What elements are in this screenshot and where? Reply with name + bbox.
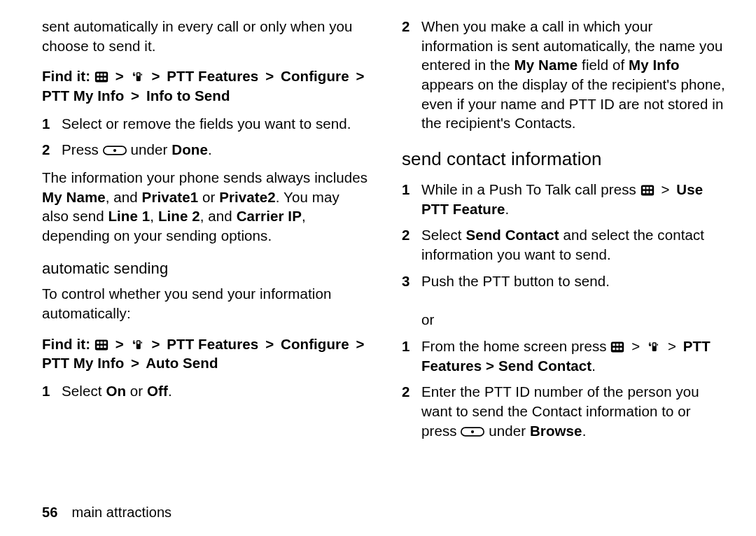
grid-icon: [94, 339, 108, 351]
step-body: Select or remove the fields you want to …: [62, 114, 368, 134]
auto-intro-paragraph: To control whether you send your informa…: [42, 284, 368, 323]
step-item: 1 From the home screen press > > PTT Fea…: [402, 337, 728, 375]
step-body: From the home screen press > > PTT Featu…: [421, 337, 728, 375]
page-number: 56: [42, 503, 57, 522]
intro-paragraph: sent automatically in every call or only…: [42, 17, 368, 55]
steps-list-1: 1 Select or remove the fields you want t…: [42, 114, 368, 160]
section-heading-send-contact-information: send contact information: [402, 147, 728, 171]
step-number: 2: [402, 17, 421, 133]
step-body: When you make a call in which your infor…: [421, 17, 728, 133]
step-body: Select On or Off.: [62, 381, 368, 401]
grid-icon: [610, 341, 624, 353]
step-item: 2 Press under Done.: [42, 140, 368, 160]
step-item: 1 Select or remove the fields you want t…: [42, 114, 368, 134]
step-number: 1: [402, 180, 421, 218]
step-item: 1 While in a Push To Talk call press > U…: [402, 180, 728, 218]
softkey-icon: [103, 145, 127, 156]
step-body: Push the PTT button to send.or: [421, 271, 728, 330]
page: sent automatically in every call or only…: [0, 0, 756, 536]
ptt-phone-icon: [131, 71, 145, 83]
info-paragraph: The information your phone sends always …: [42, 168, 368, 246]
steps-list-3: 2 When you make a call in which your inf…: [402, 17, 728, 133]
step-number: 3: [402, 271, 421, 330]
step-number: 1: [42, 114, 62, 134]
find-it-path-2: Find it: > > PTT Features > Configure > …: [42, 334, 368, 373]
step-number: 2: [402, 382, 421, 440]
steps-list-2: 1 Select On or Off.: [42, 381, 368, 401]
page-section-title: main attractions: [71, 503, 172, 522]
step-body: Select Send Contact and select the conta…: [421, 225, 728, 264]
softkey-icon: [461, 426, 484, 437]
step-item: 2 Enter the PTT ID number of the person …: [402, 382, 728, 440]
grid-icon: [640, 184, 654, 197]
step-body: Press under Done.: [62, 140, 368, 160]
right-column: 2 When you make a call in which your inf…: [402, 17, 728, 536]
step-item: 2 Select Send Contact and select the con…: [402, 225, 728, 264]
step-number: 2: [42, 140, 62, 160]
step-item: 1 Select On or Off.: [42, 381, 368, 401]
step-number: 1: [42, 381, 62, 401]
step-number: 1: [402, 337, 421, 375]
step-number: 2: [402, 225, 421, 264]
grid-icon: [94, 71, 108, 83]
ptt-phone-icon: [131, 339, 145, 351]
step-item: 3 Push the PTT button to send.or: [402, 271, 728, 330]
find-it-path-1: Find it: > > PTT Features > Configure > …: [42, 66, 368, 105]
page-footer: 56 main attractions: [42, 503, 172, 522]
steps-list-4: 1 While in a Push To Talk call press > U…: [402, 180, 728, 440]
left-column: sent automatically in every call or only…: [42, 17, 368, 536]
step-item: 2 When you make a call in which your inf…: [402, 17, 728, 133]
step-body: While in a Push To Talk call press > Use…: [421, 180, 728, 218]
ptt-phone-icon: [647, 341, 661, 353]
subsection-heading-automatic-sending: automatic sending: [42, 258, 368, 279]
step-body: Enter the PTT ID number of the person yo…: [421, 382, 728, 440]
